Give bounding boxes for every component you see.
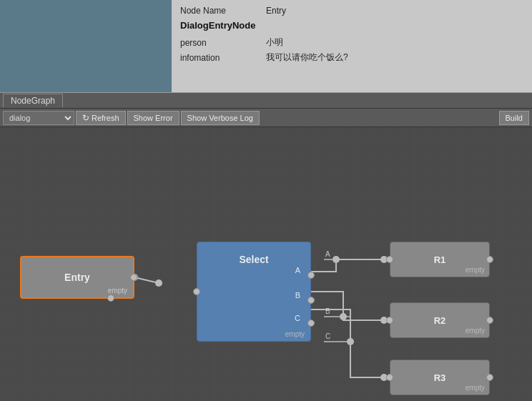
- r3-input-port[interactable]: [386, 374, 393, 381]
- node-entry-title: Entry: [64, 272, 90, 283]
- top-panel: Node Name Entry DialogEntryNode person 小…: [0, 0, 532, 93]
- node-r1-title: R1: [434, 254, 446, 265]
- toolbar: dialog ↻ Refresh Show Error Show Verbose…: [0, 109, 532, 127]
- properties-panel: Node Name Entry DialogEntryNode person 小…: [172, 0, 532, 92]
- node-r2-port-label: empty: [466, 327, 485, 335]
- entry-bottom-port[interactable]: [107, 294, 114, 302]
- node-entry[interactable]: Entry empty: [20, 256, 134, 299]
- show-verbose-log-button[interactable]: Show Verbose Log: [181, 111, 260, 125]
- entry-output-port[interactable]: [130, 274, 137, 281]
- node-r3-title: R3: [434, 372, 446, 383]
- svg-point-4: [332, 256, 340, 263]
- canvas-area[interactable]: A B C Entry empty Select A: [0, 127, 532, 401]
- r1-input-port[interactable]: [386, 256, 393, 263]
- show-error-button[interactable]: Show Error: [127, 111, 179, 125]
- r2-input-port[interactable]: [386, 317, 393, 324]
- svg-point-8: [347, 338, 354, 345]
- node-r2[interactable]: R2 empty: [390, 302, 490, 338]
- svg-text:C: C: [325, 332, 330, 340]
- svg-point-2: [155, 279, 162, 287]
- select-port-c-label: C: [295, 314, 300, 322]
- select-port-in[interactable]: [193, 288, 200, 295]
- svg-line-0: [134, 277, 159, 283]
- select-port-c-out[interactable]: [307, 320, 315, 327]
- select-port-a-out[interactable]: [307, 272, 315, 279]
- graph-type-dropdown[interactable]: dialog: [3, 111, 74, 125]
- node-r1[interactable]: R1 empty: [390, 242, 490, 277]
- property-row-infomation: infomation 我可以请你吃个饭么?: [180, 51, 523, 64]
- select-empty-label: empty: [285, 330, 305, 338]
- node-name-value: Entry: [266, 6, 286, 16]
- build-button[interactable]: Build: [499, 111, 529, 125]
- node-r3[interactable]: R3 empty: [390, 360, 490, 395]
- svg-text:A: A: [325, 250, 330, 258]
- refresh-button[interactable]: ↻ Refresh: [76, 111, 126, 125]
- select-port-b-out[interactable]: [307, 297, 315, 304]
- select-port-b-label: B: [295, 291, 300, 299]
- property-row-person: person 小明: [180, 36, 523, 49]
- property-value-person: 小明: [266, 36, 283, 49]
- node-select-title: Select: [197, 254, 310, 265]
- node-graph-panel: NodeGraph − ≡ dialog ↻ Refresh Show Erro…: [0, 93, 532, 401]
- svg-point-6: [340, 313, 347, 320]
- r3-output-port[interactable]: [486, 374, 493, 381]
- node-r2-title: R2: [434, 315, 446, 326]
- tab-nodegraph[interactable]: NodeGraph: [3, 94, 63, 107]
- node-r3-port-label: empty: [466, 384, 485, 392]
- refresh-icon: ↻: [82, 113, 89, 123]
- r2-output-port[interactable]: [486, 317, 493, 324]
- node-name-label: Node Name: [180, 6, 266, 16]
- select-port-a-label: A: [295, 266, 300, 274]
- property-label-infomation: infomation: [180, 53, 266, 63]
- property-value-infomation: 我可以请你吃个饭么?: [266, 51, 348, 64]
- r1-output-port[interactable]: [486, 256, 493, 263]
- svg-text:B: B: [325, 307, 330, 315]
- top-left-image: [0, 0, 172, 92]
- property-label-person: person: [180, 38, 266, 48]
- node-type: DialogEntryNode: [180, 20, 523, 31]
- node-select[interactable]: Select A B C empty: [197, 242, 311, 342]
- node-graph-header: NodeGraph: [0, 93, 532, 109]
- node-entry-port-label: empty: [108, 287, 127, 294]
- node-r1-port-label: empty: [466, 266, 485, 274]
